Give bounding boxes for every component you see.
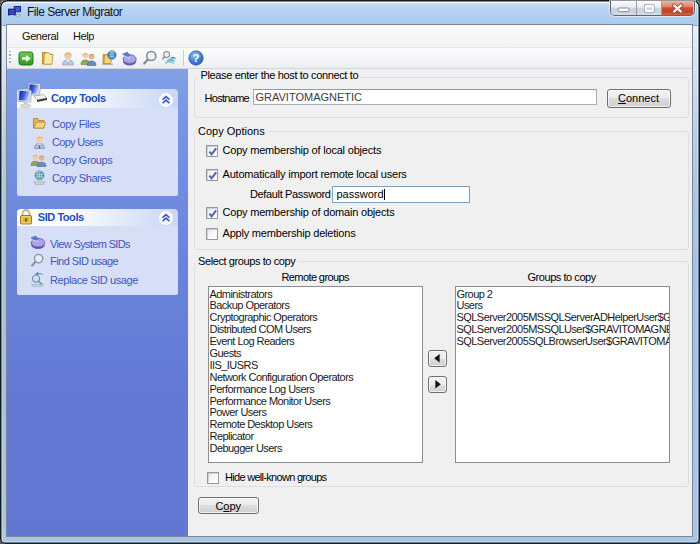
svg-text:?: ? <box>192 52 199 64</box>
